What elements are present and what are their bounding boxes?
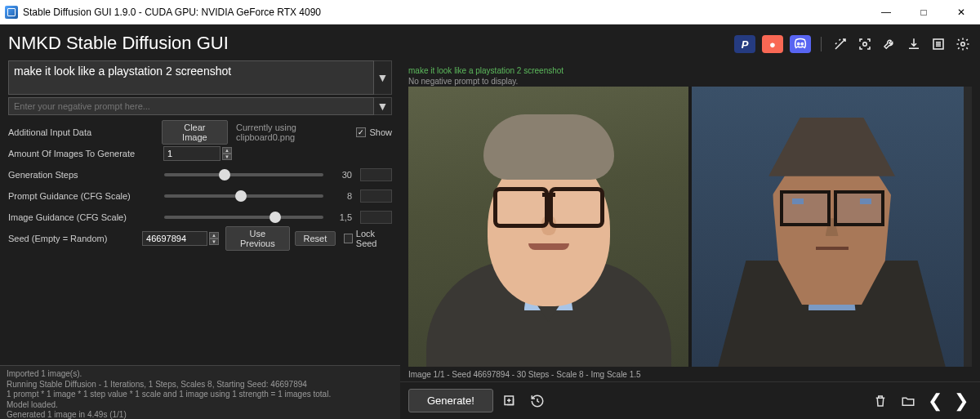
seed-spinner[interactable]: ▲▼ bbox=[209, 232, 219, 245]
input-data-label: Additional Input Data bbox=[8, 127, 162, 137]
positive-prompt-input[interactable] bbox=[8, 60, 374, 95]
steps-slider[interactable] bbox=[164, 173, 323, 176]
neg-prompt-expand-icon[interactable]: ▼ bbox=[374, 97, 392, 115]
log-line: Generated 1 image in 4.49s (1/1) bbox=[7, 410, 394, 419]
log-panel: Imported 1 image(s). Running Stable Diff… bbox=[0, 365, 400, 419]
img-cfg-slider[interactable] bbox=[164, 216, 323, 219]
img-cfg-field[interactable] bbox=[360, 211, 392, 224]
use-previous-button[interactable]: Use Previous bbox=[225, 226, 289, 251]
close-button[interactable]: ✕ bbox=[942, 0, 980, 25]
reset-button[interactable]: Reset bbox=[295, 231, 336, 246]
patreon-icon[interactable]: ● bbox=[762, 35, 783, 53]
gear-icon[interactable] bbox=[954, 35, 972, 53]
next-image-button[interactable]: ❯ bbox=[951, 390, 972, 412]
steps-value: 30 bbox=[328, 170, 352, 180]
amount-label: Amount Of Images To Generate bbox=[8, 149, 163, 158]
wrench-icon[interactable] bbox=[880, 35, 898, 53]
window-title: Stable Diffusion GUI 1.9.0 - CUDA GPU: N… bbox=[23, 7, 867, 18]
log-line: 1 prompt * 1 image * 1 step value * 1 sc… bbox=[7, 390, 394, 400]
generate-button[interactable]: Generate! bbox=[408, 389, 493, 412]
cfg-value: 8 bbox=[328, 191, 352, 201]
amount-input[interactable] bbox=[163, 146, 220, 161]
img-cfg-label: Image Guidance (CFG Scale) bbox=[8, 212, 159, 222]
seed-label: Seed (Empty = Random) bbox=[8, 234, 142, 243]
amount-spinner[interactable]: ▲▼ bbox=[222, 147, 232, 160]
lock-seed-label: Lock Seed bbox=[356, 229, 392, 248]
discord-icon[interactable] bbox=[790, 35, 811, 53]
history-icon[interactable] bbox=[526, 390, 549, 412]
svg-point-0 bbox=[863, 42, 867, 47]
minimize-button[interactable]: ― bbox=[867, 0, 905, 25]
image-status: Image 1/1 - Seed 46697894 - 30 Steps - S… bbox=[408, 370, 641, 379]
show-label: Show bbox=[369, 127, 392, 137]
current-file-label: Currently using clipboard0.png bbox=[236, 123, 356, 142]
clear-image-button[interactable]: Clear Image bbox=[162, 120, 228, 145]
queue-add-icon[interactable] bbox=[498, 390, 521, 412]
seed-input[interactable] bbox=[142, 231, 207, 246]
window-titlebar: Stable Diffusion GUI 1.9.0 - CUDA GPU: N… bbox=[0, 0, 980, 25]
log-line: Imported 1 image(s). bbox=[7, 369, 394, 380]
image-viewer[interactable] bbox=[408, 87, 972, 367]
log-line: Model loaded. bbox=[7, 400, 394, 411]
source-image bbox=[408, 87, 688, 367]
cfg-label: Prompt Guidance (CFG Scale) bbox=[8, 191, 159, 201]
prompt-expand-icon[interactable]: ▼ bbox=[374, 60, 392, 95]
list-icon[interactable] bbox=[929, 35, 947, 53]
steps-label: Generation Steps bbox=[8, 170, 159, 180]
folder-icon[interactable] bbox=[897, 390, 920, 412]
scan-icon[interactable] bbox=[856, 35, 874, 53]
app-title: NMKD Stable Diffusion GUI bbox=[8, 33, 229, 54]
lock-seed-checkbox[interactable] bbox=[344, 234, 353, 243]
show-checkbox[interactable]: ✓ bbox=[356, 127, 366, 137]
cfg-slider[interactable] bbox=[164, 194, 323, 198]
trash-icon[interactable] bbox=[869, 390, 892, 412]
echo-positive: make it look like a playstation 2 screen… bbox=[408, 65, 972, 76]
svg-point-2 bbox=[961, 42, 965, 47]
maximize-button[interactable]: □ bbox=[905, 0, 942, 25]
log-line: Running Stable Diffusion - 1 Iterations,… bbox=[7, 380, 394, 390]
viewer-scrollbar[interactable] bbox=[964, 87, 972, 367]
generated-image bbox=[692, 87, 972, 367]
prev-image-button[interactable]: ❮ bbox=[924, 390, 946, 412]
cfg-field[interactable] bbox=[360, 189, 392, 203]
separator bbox=[821, 37, 822, 51]
img-cfg-value: 1,5 bbox=[328, 212, 352, 222]
prompt-echo: make it look like a playstation 2 screen… bbox=[400, 60, 980, 85]
wand-icon[interactable] bbox=[831, 35, 849, 53]
download-icon[interactable] bbox=[905, 35, 923, 53]
app-icon bbox=[5, 6, 18, 19]
echo-negative: No negative prompt to display. bbox=[408, 76, 972, 87]
negative-prompt-input[interactable] bbox=[8, 97, 374, 115]
steps-field[interactable] bbox=[360, 168, 392, 181]
paypal-icon[interactable]: P bbox=[734, 35, 755, 53]
